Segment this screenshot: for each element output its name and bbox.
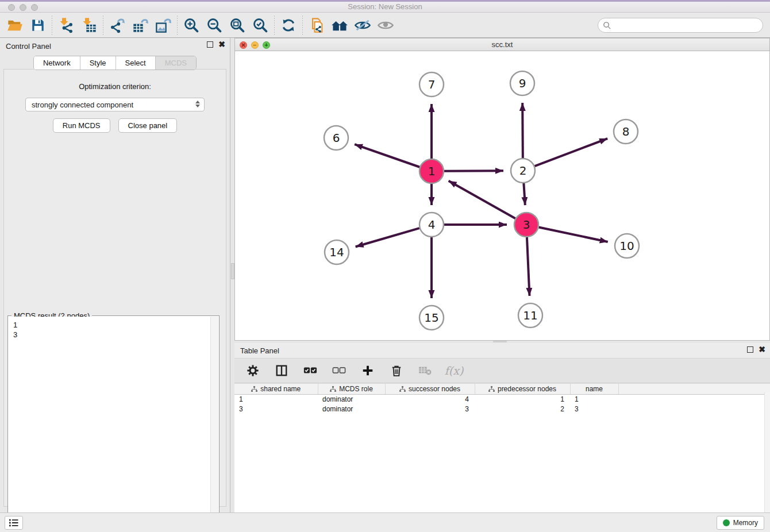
memory-button[interactable]: Memory — [717, 516, 764, 530]
column-header-shared-name[interactable]: shared name — [234, 384, 318, 395]
import-network-button[interactable] — [55, 14, 78, 36]
graph-node-6[interactable]: 6 — [324, 126, 348, 150]
tab-network[interactable]: Network — [34, 56, 80, 70]
graph-node-7[interactable]: 7 — [419, 72, 444, 97]
zoom-in-button[interactable] — [180, 14, 203, 36]
node-label: 10 — [619, 239, 634, 253]
checked-boxes-icon — [303, 367, 317, 375]
save-session-button[interactable] — [26, 14, 49, 36]
close-panel-icon[interactable]: ✖ — [218, 41, 225, 48]
graph-node-15[interactable]: 15 — [419, 306, 444, 330]
network-title: scc.txt — [235, 40, 769, 49]
export-image-icon — [155, 17, 171, 33]
zoom-fit-button[interactable] — [226, 14, 249, 36]
node-label: 2 — [519, 164, 527, 178]
graph-edge-3-10[interactable] — [539, 228, 608, 242]
column-header-name[interactable]: name — [570, 384, 618, 395]
result-item[interactable]: 3 — [13, 330, 210, 340]
graph-node-9[interactable]: 9 — [510, 71, 534, 95]
float-panel-icon[interactable] — [207, 41, 213, 48]
table-cell[interactable]: 3 — [570, 404, 618, 414]
import-table-button[interactable] — [78, 14, 101, 36]
run-mcds-button[interactable]: Run MCDS — [53, 118, 110, 133]
tab-mcds[interactable]: MCDS — [156, 56, 196, 70]
export-table-icon — [132, 17, 148, 33]
table-settings-button[interactable] — [245, 362, 261, 379]
graph-edge-2-8[interactable] — [535, 138, 608, 166]
graph-edge-4-14[interactable] — [356, 228, 419, 246]
graph-node-3[interactable]: 3 — [514, 213, 538, 237]
delete-column-button[interactable] — [388, 362, 405, 379]
delete-table-button[interactable] — [417, 362, 433, 379]
session-title: Session: New Session — [0, 2, 770, 11]
gear-icon — [247, 364, 259, 377]
network-view-window: ✕ − + scc.txt 7968124314101511 — [234, 38, 770, 341]
graph-edge-2-3[interactable] — [523, 183, 525, 205]
table-cell[interactable]: 3 — [385, 404, 475, 414]
graph-edge-3-1[interactable] — [449, 181, 515, 219]
table-cell[interactable]: 3 — [234, 404, 318, 414]
graph-node-11[interactable]: 11 — [518, 303, 542, 327]
result-scrollbar[interactable] — [210, 317, 218, 531]
close-table-panel-icon[interactable]: ✖ — [759, 346, 765, 353]
hide-selected-button[interactable] — [351, 14, 374, 36]
column-header-successor-nodes[interactable]: successor nodes — [385, 384, 475, 395]
memory-label: Memory — [733, 519, 758, 527]
close-panel-button[interactable]: Close panel — [118, 118, 178, 133]
task-history-button[interactable] — [5, 516, 23, 530]
memory-status-icon — [723, 519, 730, 526]
search-field[interactable] — [598, 18, 763, 33]
graph-edge-3-11[interactable] — [527, 237, 530, 296]
graph-node-1[interactable]: 1 — [419, 159, 444, 183]
apply-function-button[interactable]: f(x) — [446, 362, 462, 379]
table-cell[interactable]: 1 — [570, 395, 618, 404]
criterion-select[interactable]: strongly connected component — [25, 98, 205, 111]
zoom-out-button[interactable] — [203, 14, 226, 36]
zoom-selected-button[interactable] — [249, 14, 272, 36]
node-label: 8 — [622, 125, 630, 138]
tab-style[interactable]: Style — [80, 56, 116, 70]
graph-edge-1-2[interactable] — [444, 171, 503, 171]
network-window-titlebar[interactable]: ✕ − + scc.txt — [235, 38, 769, 51]
search-input[interactable] — [614, 20, 763, 31]
table-cell[interactable]: 1 — [234, 395, 318, 404]
table-cell[interactable]: dominator — [318, 395, 385, 404]
add-column-button[interactable] — [360, 362, 376, 379]
graph-node-2[interactable]: 2 — [511, 159, 535, 183]
node-table: shared nameMCDS rolesuccessor nodesprede… — [234, 383, 770, 414]
first-neighbors-button[interactable] — [328, 14, 351, 36]
table-cell[interactable]: 2 — [475, 404, 570, 414]
column-header-mcds-role[interactable]: MCDS role — [318, 384, 385, 395]
select-all-columns-button[interactable] — [302, 362, 318, 379]
graph-node-4[interactable]: 4 — [419, 213, 444, 237]
vertical-splitter[interactable] — [230, 38, 234, 512]
graph-edge-2-9[interactable] — [522, 103, 523, 158]
import-table-icon — [81, 17, 97, 33]
fx-icon: f(x) — [445, 364, 464, 377]
refresh-view-button[interactable] — [277, 14, 300, 36]
export-table-button[interactable] — [129, 14, 152, 36]
column-header-predecessor-nodes[interactable]: predecessor nodes — [475, 384, 570, 395]
table-cell[interactable]: dominator — [318, 404, 385, 414]
splitter-grip[interactable] — [493, 341, 507, 342]
tab-select[interactable]: Select — [116, 56, 156, 70]
network-canvas[interactable]: 7968124314101511 — [235, 51, 769, 340]
table-cell[interactable]: 4 — [385, 395, 475, 404]
export-network-button[interactable] — [106, 14, 129, 36]
export-image-button[interactable] — [152, 14, 175, 36]
show-all-button[interactable] — [374, 14, 397, 36]
graph-node-8[interactable]: 8 — [614, 119, 638, 144]
duplicate-network-button[interactable] — [305, 14, 328, 36]
open-session-button[interactable] — [3, 14, 26, 36]
toolbar-separator — [274, 16, 275, 35]
result-item[interactable]: 1 — [13, 320, 210, 330]
graph-edge-1-6[interactable] — [355, 144, 419, 167]
graph-node-10[interactable]: 10 — [615, 234, 639, 258]
mcds-result-list[interactable]: 13 — [9, 317, 210, 531]
graph-node-14[interactable]: 14 — [325, 240, 349, 264]
deselect-all-columns-button[interactable] — [331, 362, 347, 379]
float-table-panel-icon[interactable] — [747, 346, 753, 353]
show-columns-button[interactable] — [274, 362, 290, 379]
table-cell[interactable]: 1 — [475, 395, 570, 404]
table-scrollbar[interactable] — [764, 392, 770, 515]
